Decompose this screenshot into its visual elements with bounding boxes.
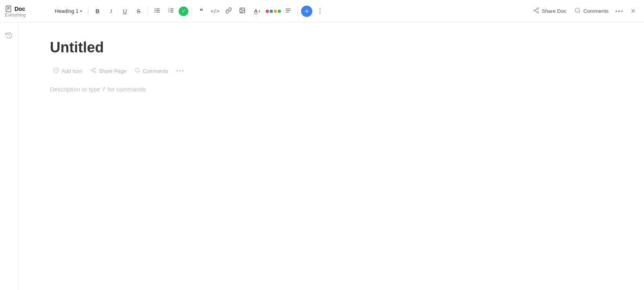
underline-icon: U [123, 8, 127, 14]
page-comments-label: Comments [143, 68, 168, 74]
svg-point-17 [241, 9, 242, 10]
font-color-icon: A [254, 8, 258, 14]
svg-point-23 [537, 12, 539, 13]
page-comments-button[interactable]: Comments [131, 66, 171, 76]
code-icon: </> [211, 8, 219, 14]
svg-rect-11 [170, 8, 173, 9]
link-icon [225, 7, 232, 15]
svg-line-37 [138, 72, 140, 73]
svg-line-27 [579, 12, 580, 13]
strikethrough-button[interactable]: S [132, 5, 144, 17]
comments-button[interactable]: Comments [571, 6, 612, 17]
svg-line-35 [93, 69, 94, 70]
bullet-list-icon [154, 7, 161, 15]
add-button[interactable]: + [301, 6, 312, 17]
quote-icon: ❝ [200, 7, 203, 15]
underline-button[interactable]: U [119, 5, 131, 17]
svg-point-36 [135, 68, 139, 72]
bold-button[interactable]: B [91, 5, 103, 17]
close-icon: × [631, 6, 636, 16]
share-doc-label: Share Doc [542, 8, 566, 14]
add-icon-icon [53, 67, 59, 75]
page-more-button[interactable]: ••• [173, 66, 188, 76]
heading-select[interactable]: Heading 1 ▾ [52, 6, 85, 16]
comments-label: Comments [583, 8, 609, 14]
bold-icon: B [95, 8, 99, 14]
plus-icon: + [305, 8, 309, 15]
toolbar-divider-2 [148, 6, 148, 16]
description-placeholder[interactable]: Description or type '/' for commands [50, 86, 612, 93]
add-icon-button[interactable]: Add Icon [50, 66, 85, 76]
italic-icon: I [110, 8, 112, 14]
share-doc-button[interactable]: Share Doc [530, 6, 570, 17]
code-button[interactable]: </> [209, 5, 221, 17]
svg-point-6 [155, 10, 155, 11]
toolbar: Doc Everything Heading 1 ▾ B I U S [0, 0, 644, 23]
font-color-button[interactable]: A ▾ [250, 5, 264, 17]
content-area: Untitled Add Icon [18, 23, 644, 290]
comments-icon [574, 7, 581, 15]
link-button[interactable] [223, 5, 235, 17]
add-icon-label: Add Icon [62, 68, 82, 74]
more-options-right-icon: ••• [615, 8, 624, 14]
close-button[interactable]: × [627, 5, 639, 17]
svg-line-25 [535, 9, 537, 10]
media-icon [239, 7, 246, 15]
align-button[interactable] [282, 5, 294, 17]
align-icon [285, 7, 291, 15]
color-palette-icon [266, 10, 281, 13]
bullet-list-button[interactable] [151, 5, 163, 17]
page-title[interactable]: Untitled [50, 39, 612, 56]
ordered-list-button[interactable]: 1. 2. 3. [165, 5, 177, 17]
toolbar-divider-4 [297, 6, 298, 16]
page-comments-icon [134, 67, 140, 75]
svg-rect-5 [156, 8, 160, 9]
share-page-button[interactable]: Share Page [87, 66, 130, 76]
left-sidebar [0, 23, 18, 290]
more-options-button[interactable]: ⋮ [314, 5, 326, 17]
svg-point-31 [94, 68, 96, 69]
main-layout: Untitled Add Icon [0, 23, 644, 290]
page-actions: Add Icon Share Page [50, 66, 612, 76]
svg-point-32 [91, 70, 93, 71]
page-more-icon: ••• [176, 68, 185, 74]
share-page-label: Share Page [99, 68, 126, 74]
doc-info: Doc Everything [5, 5, 41, 17]
italic-button[interactable]: I [105, 5, 117, 17]
svg-rect-15 [170, 12, 173, 12]
svg-rect-13 [170, 10, 173, 11]
svg-point-4 [155, 8, 155, 9]
document-icon [5, 5, 12, 12]
media-button[interactable] [236, 5, 248, 17]
share-doc-icon [533, 7, 539, 15]
toolbar-divider-3 [192, 6, 192, 16]
toolbar-divider-1 [88, 6, 88, 16]
heading-label: Heading 1 [55, 8, 78, 14]
svg-line-24 [535, 11, 537, 12]
svg-point-21 [537, 8, 539, 9]
strikethrough-icon: S [137, 8, 140, 14]
svg-point-22 [534, 10, 535, 11]
color-dots-button[interactable] [266, 5, 281, 17]
font-color-chevron-icon: ▾ [258, 9, 260, 13]
svg-rect-0 [6, 6, 11, 12]
ordered-list-icon: 1. 2. 3. [168, 7, 174, 15]
quote-button[interactable]: ❝ [195, 5, 207, 17]
doc-title: Doc [14, 6, 25, 12]
svg-line-34 [93, 71, 94, 72]
svg-point-33 [94, 71, 96, 73]
toolbar-right: Share Doc Comments ••• × [530, 5, 639, 17]
doc-subtitle: Everything [5, 12, 41, 17]
check-button[interactable]: ✓ [179, 6, 188, 16]
check-icon: ✓ [182, 8, 186, 14]
svg-rect-7 [156, 10, 160, 11]
svg-text:3.: 3. [168, 10, 170, 13]
more-options-icon: ⋮ [317, 7, 324, 15]
svg-rect-9 [156, 12, 160, 12]
svg-point-26 [575, 8, 580, 12]
svg-point-8 [155, 12, 155, 12]
share-page-icon [90, 67, 96, 75]
more-options-right-button[interactable]: ••• [613, 5, 625, 17]
doc-title-area: Doc [5, 5, 41, 12]
history-button[interactable] [3, 29, 15, 41]
